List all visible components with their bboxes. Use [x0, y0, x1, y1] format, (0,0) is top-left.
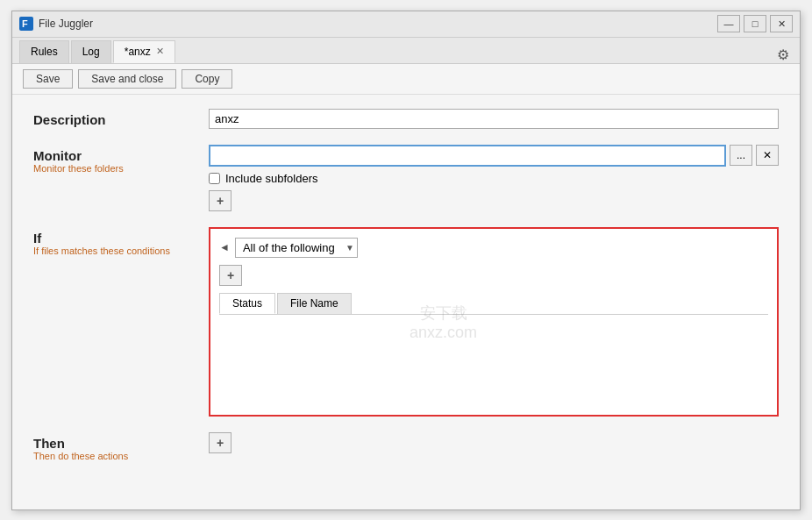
- tab-rules[interactable]: Rules: [19, 40, 69, 63]
- toolbar: Save Save and close Copy: [12, 64, 800, 95]
- if-label: If: [33, 231, 209, 246]
- if-conditions-box: ◄ All of the following ▼ + Status: [209, 227, 779, 417]
- content-area: Description Monitor Monitor these folder…: [12, 95, 800, 509]
- if-section: If If files matches these conditions ◄ A…: [33, 227, 779, 417]
- monitor-section: Monitor Monitor these folders ... ✕ Incl…: [33, 145, 779, 211]
- condition-row: ◄ All of the following ▼: [219, 238, 768, 258]
- description-input[interactable]: [209, 109, 779, 129]
- monitor-folder-input[interactable]: [209, 145, 726, 167]
- condition-type-select[interactable]: All of the following: [235, 238, 358, 258]
- copy-button[interactable]: Copy: [182, 69, 232, 89]
- svg-text:F: F: [22, 18, 28, 29]
- monitor-label: Monitor: [33, 148, 209, 163]
- monitor-sublabel: Monitor these folders: [33, 163, 209, 174]
- save-button[interactable]: Save: [23, 69, 73, 89]
- tab-log[interactable]: Log: [71, 40, 111, 63]
- title-bar: F File Juggler — □ ✕: [12, 11, 800, 38]
- tab-bar: Rules Log *anxz ✕ ⚙: [12, 38, 800, 64]
- then-section: Then Then do these actions +: [33, 432, 779, 461]
- then-content: +: [209, 432, 779, 461]
- add-condition-button[interactable]: +: [219, 265, 242, 286]
- tab-close-icon[interactable]: ✕: [156, 46, 164, 57]
- main-window: F File Juggler — □ ✕ Rules Log *anxz ✕ ⚙…: [11, 11, 801, 510]
- browse-button[interactable]: ...: [730, 145, 752, 166]
- minimize-button[interactable]: —: [717, 15, 740, 32]
- monitor-folder-row: ... ✕: [209, 145, 779, 167]
- include-subfolders-label: Include subfolders: [225, 172, 318, 185]
- condition-tabs-row: Status File Name: [219, 293, 768, 315]
- then-label-area: Then Then do these actions: [33, 432, 209, 461]
- subfolder-row: Include subfolders: [209, 172, 779, 185]
- condition-collapse-icon[interactable]: ◄: [219, 241, 230, 253]
- maximize-button[interactable]: □: [744, 15, 766, 32]
- remove-folder-button[interactable]: ✕: [756, 145, 779, 166]
- condition-type-wrap: All of the following ▼: [235, 238, 358, 258]
- tab-status[interactable]: Status: [219, 293, 275, 314]
- monitor-content: ... ✕ Include subfolders +: [209, 145, 779, 211]
- app-icon: F: [19, 17, 33, 31]
- if-content: ◄ All of the following ▼ + Status: [209, 227, 779, 417]
- tab-anxz[interactable]: *anxz ✕: [113, 40, 175, 63]
- save-close-button[interactable]: Save and close: [78, 69, 176, 89]
- if-sublabel: If files matches these conditions: [33, 246, 209, 256]
- description-section: Description: [33, 109, 779, 129]
- tab-filename[interactable]: File Name: [277, 293, 352, 314]
- then-sublabel: Then do these actions: [33, 451, 209, 461]
- description-content: [209, 109, 779, 129]
- then-label: Then: [33, 436, 209, 451]
- add-folder-button[interactable]: +: [209, 190, 231, 211]
- description-label-area: Description: [33, 109, 209, 129]
- window-controls: — □ ✕: [717, 15, 793, 32]
- condition-content-area: [219, 318, 768, 406]
- description-label: Description: [33, 112, 209, 127]
- window-title: File Juggler: [39, 18, 717, 30]
- settings-icon[interactable]: ⚙: [777, 46, 789, 63]
- add-action-button[interactable]: +: [209, 432, 231, 453]
- include-subfolders-checkbox[interactable]: [209, 173, 220, 184]
- window-close-button[interactable]: ✕: [770, 15, 793, 32]
- if-label-area: If If files matches these conditions: [33, 227, 209, 417]
- monitor-label-area: Monitor Monitor these folders: [33, 145, 209, 211]
